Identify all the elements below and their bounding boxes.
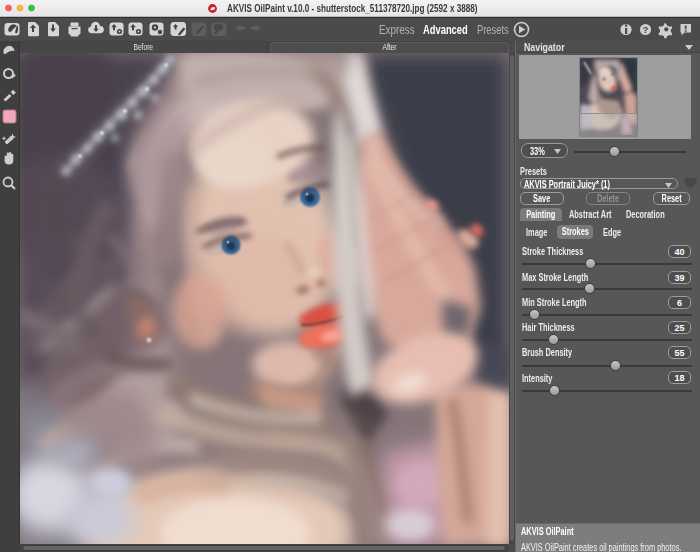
svg-text:?: ? [643, 24, 649, 35]
